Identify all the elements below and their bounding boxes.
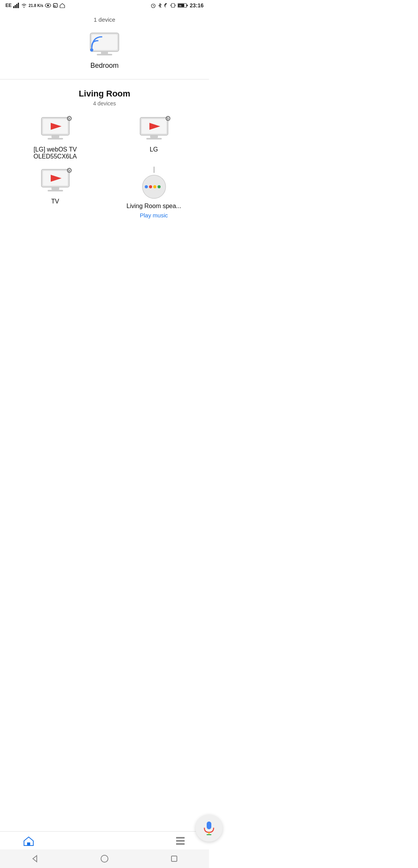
alarm-icon <box>151 3 156 8</box>
svg-rect-32 <box>146 138 162 140</box>
svg-rect-1 <box>15 5 16 8</box>
battery-icon: 76 <box>178 3 188 8</box>
living-room-section: Living Room 4 devices ⚙ [L <box>0 79 209 225</box>
svg-rect-0 <box>13 6 14 8</box>
living-room-device-count: 4 devices <box>8 100 201 107</box>
svg-rect-26 <box>51 135 59 138</box>
svg-rect-2 <box>16 4 17 8</box>
device-speaker[interactable]: Living Room spea... Play music <box>106 168 201 219</box>
home-outline-icon <box>60 3 65 8</box>
svg-line-13 <box>175 5 176 6</box>
svg-rect-11 <box>171 3 175 7</box>
status-left: EE 21.8 K/s N <box>5 3 65 8</box>
svg-point-22 <box>90 48 93 52</box>
device-tv[interactable]: ⚙ TV <box>8 168 103 219</box>
svg-rect-20 <box>101 52 108 54</box>
signal-icon <box>13 3 19 8</box>
wifi-icon <box>21 3 27 8</box>
svg-point-43 <box>158 185 161 188</box>
device-lg-webos[interactable]: ⚙ [LG] webOS TV OLED55CX6LA <box>8 116 103 160</box>
living-room-title: Living Room <box>8 89 201 99</box>
svg-rect-16 <box>187 5 188 6</box>
carrier-label: EE <box>5 3 12 8</box>
chromecast-icon <box>87 30 122 58</box>
svg-rect-36 <box>51 187 59 190</box>
svg-line-12 <box>170 5 171 6</box>
play-music-link[interactable]: Play music <box>140 212 168 219</box>
tv-icon-wrap: ⚙ <box>40 168 71 194</box>
svg-rect-3 <box>18 3 19 8</box>
settings-gear-tv[interactable]: ⚙ <box>66 166 72 175</box>
svg-rect-19 <box>92 34 117 50</box>
speaker-label: Living Room spea... <box>127 203 181 210</box>
svg-point-40 <box>145 185 148 188</box>
bedroom-device[interactable]: Bedroom <box>87 30 122 70</box>
lg-webos-label: [LG] webOS TV OLED55CX6LA <box>33 146 77 160</box>
settings-gear-lg-webos[interactable]: ⚙ <box>66 114 72 123</box>
google-home-speaker-icon <box>139 167 170 200</box>
nfc-icon: N <box>53 3 58 8</box>
settings-gear-lg[interactable]: ⚙ <box>165 114 171 123</box>
svg-point-41 <box>149 185 152 188</box>
svg-point-42 <box>153 185 156 188</box>
bedroom-device-label: Bedroom <box>90 62 118 70</box>
main-content: 1 device Bedroom Living Room 4 devices <box>0 10 209 232</box>
device-lg[interactable]: ⚙ LG <box>106 116 201 160</box>
status-bar: EE 21.8 K/s N <box>0 0 209 10</box>
lg-webos-icon-wrap: ⚙ <box>40 116 71 142</box>
tv-label: TV <box>51 198 59 205</box>
lg-label: LG <box>150 146 158 153</box>
moon-icon <box>164 3 168 8</box>
vibrate-icon <box>170 3 176 8</box>
lg-icon-wrap: ⚙ <box>139 116 170 142</box>
svg-point-5 <box>47 5 49 7</box>
svg-rect-21 <box>97 54 112 55</box>
svg-rect-31 <box>150 135 158 138</box>
bluetooth-icon <box>158 3 162 8</box>
svg-text:N: N <box>54 5 56 7</box>
bedroom-section: 1 device Bedroom <box>0 10 209 79</box>
speaker-icon-wrap <box>139 168 170 199</box>
bedroom-device-count: 1 device <box>94 16 115 23</box>
eye-icon <box>45 3 51 8</box>
living-room-device-grid: ⚙ [LG] webOS TV OLED55CX6LA ⚙ LG <box>8 116 201 219</box>
svg-line-10 <box>153 6 154 6</box>
svg-text:76: 76 <box>179 5 182 7</box>
svg-rect-27 <box>48 138 63 140</box>
network-speed: 21.8 K/s <box>29 3 43 8</box>
svg-rect-37 <box>48 190 63 191</box>
status-right: 76 23:16 <box>151 2 204 9</box>
time-label: 23:16 <box>190 2 204 9</box>
